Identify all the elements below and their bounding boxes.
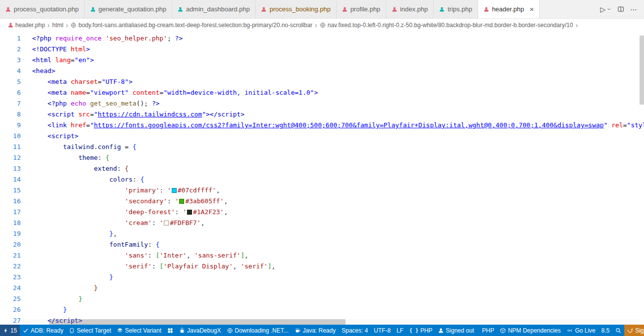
line-number[interactable]: 27 [0, 315, 23, 325]
status-go-live[interactable]: Go Live [564, 325, 598, 336]
status-grid[interactable] [164, 325, 176, 336]
status-indentation[interactable]: Spaces: 4 [339, 325, 371, 336]
code-line[interactable]: <script> [23, 131, 644, 142]
line-number[interactable]: 16 [0, 196, 23, 207]
code-line[interactable]: <script src="https://cdn.tailwindcss.com… [23, 109, 644, 120]
line-number[interactable]: 21 [0, 250, 23, 261]
code-line[interactable]: 'deep-forest': '#1A2F23', [23, 207, 644, 218]
line-number[interactable]: 26 [0, 304, 23, 315]
code-line[interactable]: <head> [23, 66, 644, 76]
code-line[interactable]: } [23, 283, 644, 294]
line-number[interactable]: 7 [0, 98, 23, 109]
code-area[interactable]: <?php require_once 'seo_helper.php'; ?><… [23, 32, 644, 325]
tab-process_booking.php[interactable]: process_booking.php [256, 0, 337, 18]
tab-generate_quotation.php[interactable]: generate_quotation.php [85, 0, 172, 18]
tab-index.php[interactable]: index.php [386, 0, 434, 18]
code-line[interactable]: 'serif': ['Playfair Display', 'serif'], [23, 261, 644, 272]
broadcast-icon [567, 328, 573, 334]
code-line[interactable]: 'primary': '#07cdffff', [23, 185, 644, 196]
code-line[interactable]: <link href="https://fonts.googleapis.com… [23, 120, 644, 131]
line-number[interactable]: 4 [0, 66, 23, 76]
color-swatch[interactable] [187, 210, 192, 215]
line-number[interactable]: 6 [0, 87, 23, 98]
status-version[interactable]: 8.5 [599, 325, 613, 336]
code-line[interactable]: 'secondary': '#3ab605ff', [23, 196, 644, 207]
status-php-tool[interactable]: PHP [477, 325, 497, 336]
run-button[interactable]: ▷ [600, 5, 611, 13]
code-line[interactable]: fontFamily: { [23, 239, 644, 250]
line-number[interactable]: 8 [0, 109, 23, 120]
line-number[interactable]: 9 [0, 120, 23, 131]
line-number[interactable]: 3 [0, 55, 23, 66]
status-search[interactable] [612, 325, 624, 336]
code-line[interactable]: }, [23, 228, 644, 239]
status-badge[interactable]: 15 [0, 325, 20, 336]
breadcrumb-item[interactable]: header.php [8, 22, 45, 29]
code-line[interactable]: tailwind.config = { [23, 142, 644, 152]
tab-header.php[interactable]: header.php× [478, 0, 540, 18]
play-icon: ▷ [600, 5, 606, 13]
code-line[interactable]: <html lang="en"> [23, 55, 644, 66]
line-number[interactable]: 12 [0, 152, 23, 163]
breadcrumb-item[interactable]: html [52, 22, 64, 29]
status-select-variant[interactable]: Select Variant [114, 325, 164, 336]
line-number[interactable]: 15 [0, 185, 23, 196]
code-line[interactable]: } [23, 272, 644, 283]
status-java-status[interactable]: Java: Ready [292, 325, 339, 336]
more-actions-button[interactable]: ⋯ [630, 5, 637, 13]
status-java-debug[interactable]: JavaDebugX [176, 325, 224, 336]
line-number[interactable]: 2 [0, 44, 23, 55]
tab-profile.php[interactable]: profile.php [337, 0, 386, 18]
tab-admin_dashboard.php[interactable]: admin_dashboard.php [172, 0, 256, 18]
code-line[interactable]: } [23, 294, 644, 304]
status-eol[interactable]: LF [394, 325, 407, 336]
code-line[interactable]: <meta name="viewport" content="width=dev… [23, 87, 644, 98]
line-number[interactable]: 1 [0, 33, 23, 44]
status-encoding[interactable]: UTF-8 [371, 325, 394, 336]
line-number[interactable]: 22 [0, 261, 23, 272]
tab-process_quotation.php[interactable]: process_quotation.php [0, 0, 85, 18]
code-line[interactable]: 'sans': ['Inter', 'sans-serif'], [23, 250, 644, 261]
line-number[interactable]: 13 [0, 163, 23, 174]
breadcrumb-separator: › [66, 22, 68, 29]
line-number[interactable]: 23 [0, 272, 23, 283]
status-select-target[interactable]: Select Target [66, 325, 114, 336]
status-language-mode[interactable]: { }PHP [407, 325, 436, 336]
color-swatch[interactable] [179, 199, 184, 204]
code-line[interactable]: <meta charset="UTF-8"> [23, 76, 644, 87]
code-line[interactable]: <?php echo get_seo_meta(); ?> [23, 98, 644, 109]
color-swatch[interactable] [172, 188, 177, 193]
color-swatch[interactable] [164, 221, 169, 225]
horizontal-scrollbar-thumb[interactable] [49, 319, 345, 325]
status-npm-dependencies[interactable]: NPM Dependencies [497, 325, 564, 336]
breadcrumb-item[interactable]: body.font-sans.antialiased.bg-cream.text… [71, 22, 312, 29]
horizontal-scrollbar[interactable] [23, 319, 640, 325]
code-line[interactable]: } [23, 304, 644, 315]
line-number[interactable]: 5 [0, 76, 23, 87]
line-number[interactable]: 25 [0, 294, 23, 304]
code-line[interactable]: 'cream': '#FDFBF7', [23, 218, 644, 228]
code-line[interactable]: colors: { [23, 174, 644, 185]
line-number[interactable]: 10 [0, 131, 23, 142]
line-number[interactable]: 20 [0, 239, 23, 250]
split-editor-button[interactable] [617, 6, 624, 12]
line-number[interactable]: 19 [0, 228, 23, 239]
breadcrumb-item[interactable]: nav.fixed.top-0.left-0.right-0.z-50.bg-w… [320, 22, 573, 29]
code-line[interactable]: extend: { [23, 163, 644, 174]
line-number[interactable]: 18 [0, 218, 23, 228]
vertical-scrollbar[interactable] [640, 36, 644, 105]
line-number[interactable]: 17 [0, 207, 23, 218]
status-adb-status[interactable]: ADB: Ready [20, 325, 66, 336]
status-sign-in[interactable]: Sign In [624, 325, 644, 336]
breadcrumb-separator: › [47, 22, 50, 29]
close-icon[interactable]: × [530, 5, 534, 13]
status-account[interactable]: Signed out [435, 325, 477, 336]
line-number[interactable]: 24 [0, 283, 23, 294]
code-line[interactable]: theme: { [23, 152, 644, 163]
line-number[interactable]: 14 [0, 174, 23, 185]
code-line[interactable]: <!DOCTYPE html> [23, 44, 644, 55]
tab-trips.php[interactable]: trips.php [434, 0, 478, 18]
status-dotnet-download[interactable]: Downloading .NET... [224, 325, 292, 336]
line-number[interactable]: 11 [0, 142, 23, 152]
code-line[interactable]: <?php require_once 'seo_helper.php'; ?> [23, 33, 644, 44]
